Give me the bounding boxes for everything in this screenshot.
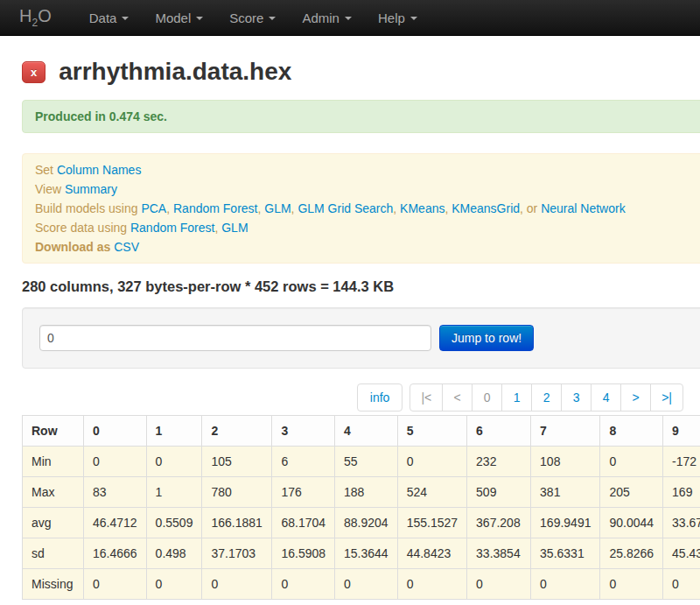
cell: 0: [146, 447, 202, 477]
header-cell: 6: [467, 416, 531, 447]
cell: 33.3854: [467, 538, 531, 569]
title-row: x arrhythmia.data.hex: [22, 58, 700, 86]
cell: 90.0044: [600, 508, 663, 538]
page-0-button: 0: [472, 384, 501, 411]
table-row-min: Min 0 0 105 6 55 0 232 108 0 -172: [23, 447, 700, 477]
jump-to-row-button[interactable]: Jump to row!: [439, 325, 534, 351]
kmeans-link[interactable]: KMeans: [400, 201, 444, 215]
score-random-forest-link[interactable]: Random Forest: [130, 221, 214, 235]
caret-down-icon: [122, 17, 129, 20]
page-3-button[interactable]: 3: [561, 384, 591, 411]
header-cell: 8: [600, 416, 663, 447]
cell: 176: [272, 477, 335, 508]
success-alert: Produced in 0.474 sec.: [22, 100, 700, 133]
cell: 68.1704: [272, 508, 335, 538]
cell: 232: [467, 447, 531, 477]
cell: -172: [663, 447, 700, 477]
pca-link[interactable]: PCA: [141, 201, 166, 215]
header-cell: 4: [335, 416, 398, 447]
page-1-button[interactable]: 1: [501, 384, 531, 411]
glm-grid-search-link[interactable]: GLM Grid Search: [298, 201, 393, 215]
cell: 155.1527: [397, 508, 466, 538]
column-summary-table: Row 0 1 2 3 4 5 6 7 8 9 Min 0 0 105 6 55: [22, 415, 700, 600]
success-alert-message: Produced in 0.474 sec.: [35, 109, 167, 123]
cell: 0: [600, 447, 663, 477]
cell: 0: [467, 569, 531, 600]
column-names-link[interactable]: Column Names: [57, 163, 141, 177]
kmeansgrid-link[interactable]: KMeansGrid: [452, 201, 520, 215]
row-label: avg: [23, 508, 84, 538]
cell: 0: [84, 569, 147, 600]
menu-model[interactable]: Model: [142, 2, 216, 34]
csv-link[interactable]: CSV: [114, 240, 139, 254]
info-button[interactable]: info: [357, 383, 403, 412]
header-cell: 2: [202, 416, 272, 447]
menu-help[interactable]: Help: [365, 2, 430, 34]
cell: 205: [600, 477, 663, 508]
cell: 0: [202, 569, 272, 600]
glm-link[interactable]: GLM: [264, 201, 290, 215]
set-column-names-line: Set Column Names: [35, 160, 700, 179]
score-data-line: Score data using Random Forest, GLM: [35, 218, 700, 237]
table-row-max: Max 83 1 780 176 188 524 509 381 205 169: [23, 477, 700, 508]
header-cell: 3: [272, 416, 335, 447]
page-first-button: |<: [410, 384, 442, 411]
separator-or: , or: [520, 201, 541, 215]
cell: 0: [272, 569, 335, 600]
menu-data[interactable]: Data: [76, 2, 143, 34]
remove-frame-button[interactable]: x: [22, 61, 46, 83]
menu-help-label: Help: [378, 11, 405, 25]
cell: 381: [531, 477, 600, 508]
build-models-line: Build models using PCA, Random Forest, G…: [35, 199, 700, 218]
cell: 169: [663, 477, 700, 508]
neural-network-link[interactable]: Neural Network: [541, 201, 625, 215]
brand-text: H: [19, 6, 32, 25]
cell: 0: [531, 569, 600, 600]
cell: 55: [335, 447, 398, 477]
cell: 83: [84, 477, 147, 508]
score-glm-link[interactable]: GLM: [221, 221, 248, 235]
row-label: Missing: [23, 569, 84, 600]
cell: 0.498: [146, 538, 202, 569]
page-2-button[interactable]: 2: [531, 384, 561, 411]
menu-admin[interactable]: Admin: [289, 2, 365, 34]
page-prev-button: <: [442, 384, 472, 411]
cell: 509: [467, 477, 531, 508]
actions-box: Set Column Names View Summary Build mode…: [22, 153, 700, 264]
cell: 1: [146, 477, 202, 508]
header-cell: 7: [531, 416, 600, 447]
table-row-missing: Missing 0 0 0 0 0 0 0 0 0 0: [23, 569, 700, 600]
table-header-row: Row 0 1 2 3 4 5 6 7 8 9: [23, 416, 700, 447]
summary-link[interactable]: Summary: [65, 182, 117, 196]
random-forest-link[interactable]: Random Forest: [173, 201, 257, 215]
row-label: sd: [23, 538, 84, 569]
cell: 0: [84, 447, 147, 477]
cell: 0: [397, 569, 466, 600]
pagination-group: |< < 0 1 2 3 4 > >|: [410, 383, 683, 412]
row-label: Min: [23, 447, 84, 477]
main-content: x arrhythmia.data.hex Produced in 0.474 …: [22, 58, 700, 600]
cell: 0: [397, 447, 466, 477]
view-summary-line: View Summary: [35, 179, 700, 199]
page-last-button[interactable]: >|: [650, 384, 682, 411]
separator: ,: [393, 201, 400, 215]
cell: 367.208: [467, 508, 531, 538]
menu-data-label: Data: [89, 11, 117, 25]
cell: 15.3644: [335, 538, 398, 569]
page-4-button[interactable]: 4: [591, 384, 620, 411]
dataset-stats: 280 columns, 327 bytes-per-row * 452 row…: [22, 278, 700, 295]
cell: 0: [146, 569, 202, 600]
cell: 44.8423: [397, 538, 466, 569]
caret-down-icon: [269, 17, 276, 20]
menu-score[interactable]: Score: [216, 2, 289, 34]
h2o-logo[interactable]: H2O: [10, 6, 60, 29]
row-number-input[interactable]: [39, 325, 431, 351]
cell: 35.6331: [531, 538, 600, 569]
cell: 25.8266: [600, 538, 663, 569]
cell: 0: [663, 569, 700, 600]
header-cell: 1: [146, 416, 202, 447]
page-next-button[interactable]: >: [620, 384, 650, 411]
download-prefix: Download as: [35, 240, 110, 254]
build-prefix: Build models using: [35, 201, 138, 215]
menu-score-label: Score: [229, 11, 263, 25]
